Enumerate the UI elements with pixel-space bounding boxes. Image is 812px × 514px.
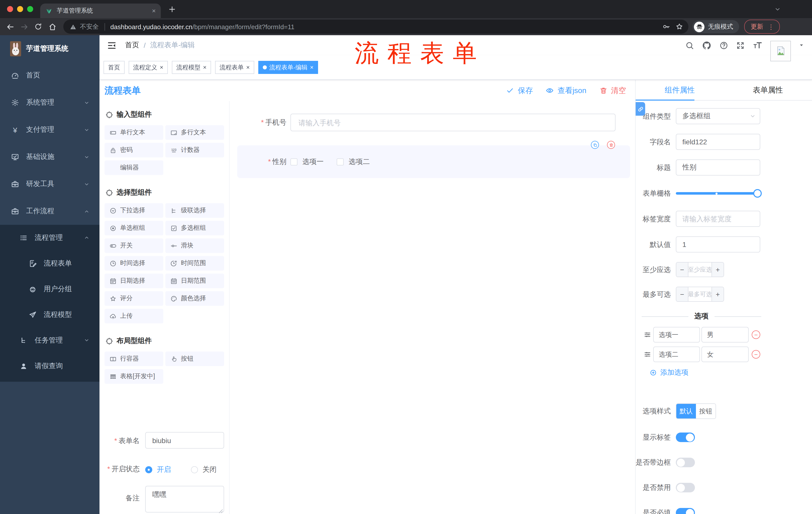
- address-bar[interactable]: 不安全 dashboard.yudao.iocoder.cn/bpm/manag…: [63, 20, 688, 34]
- palette-item-2-2[interactable]: 表格[开发中]: [105, 369, 163, 384]
- increase-button[interactable]: +: [712, 287, 724, 301]
- palette-item-1-1[interactable]: 级联选择: [165, 203, 224, 218]
- gender-option-1[interactable]: 选项一: [290, 157, 324, 166]
- help-icon[interactable]: [720, 41, 728, 50]
- palette-item-1-2[interactable]: 单选框组: [105, 221, 163, 235]
- github-icon[interactable]: [702, 40, 712, 50]
- gender-option-2[interactable]: 选项二: [337, 157, 370, 166]
- password-key-icon[interactable]: [660, 20, 673, 33]
- min-select-value[interactable]: 至少应选: [688, 263, 712, 277]
- title-input[interactable]: [676, 159, 760, 175]
- window-controls[interactable]: [7, 6, 33, 12]
- sidebar-item-9[interactable]: 流程模型: [0, 302, 99, 327]
- palette-item-1-5[interactable]: 滑块: [165, 238, 224, 253]
- forward-button[interactable]: [17, 20, 31, 34]
- palette-item-2-0[interactable]: 行容器: [105, 352, 163, 366]
- palette-item-1-12[interactable]: 上传: [105, 309, 163, 323]
- palette-item-1-6[interactable]: 时间选择: [105, 256, 163, 271]
- palette-item-0-0[interactable]: 单行文本: [105, 125, 163, 140]
- palette-item-1-11[interactable]: 颜色选择: [165, 291, 224, 306]
- remove-option-button[interactable]: −: [752, 350, 760, 359]
- radio-icon[interactable]: [191, 466, 198, 473]
- save-button[interactable]: 保存: [506, 86, 533, 95]
- view-json-button[interactable]: 查看json: [546, 86, 586, 95]
- browser-tab[interactable]: 芋道管理系统 ×: [40, 3, 161, 18]
- tag-0[interactable]: 首页: [104, 61, 125, 74]
- close-window-button[interactable]: [7, 6, 13, 12]
- sidebar-item-3[interactable]: 基础设施: [0, 143, 99, 170]
- palette-item-0-3[interactable]: 123计数器: [165, 143, 224, 157]
- fullscreen-icon[interactable]: [736, 41, 745, 50]
- sidebar-item-6[interactable]: 流程管理: [0, 225, 99, 250]
- option-value-input[interactable]: [701, 347, 749, 362]
- toggle-1[interactable]: [676, 458, 695, 467]
- sidebar-item-5[interactable]: 工作流程: [0, 198, 99, 225]
- component-type-value[interactable]: [676, 108, 760, 124]
- remove-option-button[interactable]: −: [752, 330, 760, 339]
- tag-1[interactable]: 流程定义×: [128, 61, 168, 74]
- increase-button[interactable]: +: [712, 263, 724, 277]
- decrease-button[interactable]: −: [676, 263, 688, 277]
- status-radio-关闭[interactable]: 关闭: [191, 465, 216, 474]
- palette-item-1-7[interactable]: 时间范围: [165, 256, 224, 271]
- toggle-3[interactable]: [676, 508, 695, 514]
- sidebar-item-8[interactable]: 用户分组: [0, 276, 99, 302]
- status-radio-开启[interactable]: 开启: [145, 465, 171, 474]
- sidebar-item-1[interactable]: 系统管理: [0, 89, 99, 116]
- tag-close-icon[interactable]: ×: [246, 64, 250, 71]
- bookmark-star-icon[interactable]: [673, 20, 686, 33]
- tab-close-icon[interactable]: ×: [152, 7, 156, 15]
- zoom-window-button[interactable]: [27, 6, 33, 12]
- form-grid-slider[interactable]: [676, 185, 760, 201]
- avatar[interactable]: [770, 40, 791, 61]
- label-width-input[interactable]: [676, 211, 760, 227]
- tag-3[interactable]: 流程表单×: [215, 61, 254, 74]
- radio-icon[interactable]: [145, 466, 152, 473]
- home-button[interactable]: [45, 20, 59, 34]
- sidebar-item-0[interactable]: 首页: [0, 62, 99, 89]
- field-name-input[interactable]: [676, 134, 760, 150]
- tag-close-icon[interactable]: ×: [310, 64, 314, 71]
- sidebar-item-7[interactable]: 流程表单: [0, 250, 99, 276]
- sidebar-item-11[interactable]: 请假查询: [0, 353, 99, 379]
- font-size-icon[interactable]: [753, 40, 762, 50]
- tab-form-props[interactable]: 表单属性: [724, 80, 812, 100]
- sidebar-item-4[interactable]: 研发工具: [0, 170, 99, 198]
- tag-4[interactable]: 流程表单-编辑×: [258, 61, 318, 74]
- palette-item-1-4[interactable]: 开关: [105, 238, 163, 253]
- clear-button[interactable]: 清空: [600, 86, 626, 95]
- toggle-2[interactable]: [676, 483, 695, 492]
- reload-button[interactable]: [31, 20, 45, 34]
- style-option-按钮[interactable]: 按钮: [696, 404, 716, 418]
- gender-field-selected[interactable]: *性别 选项一 选项二: [237, 145, 630, 178]
- security-status[interactable]: 不安全: [70, 22, 99, 31]
- palette-item-0-4[interactable]: 编辑器: [105, 160, 163, 175]
- option-label-input[interactable]: [653, 327, 700, 343]
- sidebar-item-10[interactable]: 任务管理: [0, 327, 99, 353]
- decrease-button[interactable]: −: [676, 287, 688, 301]
- checkbox-icon[interactable]: [337, 158, 344, 165]
- delete-component-button[interactable]: [607, 141, 615, 149]
- palette-item-2-1[interactable]: 按钮: [165, 352, 224, 366]
- tag-close-icon[interactable]: ×: [203, 64, 206, 71]
- resize-grip-icon[interactable]: [219, 509, 223, 514]
- link-anchor-tag[interactable]: [636, 102, 645, 116]
- slider-handle[interactable]: [753, 189, 762, 198]
- palette-item-1-10[interactable]: 评分: [105, 291, 163, 306]
- new-tab-button[interactable]: [168, 5, 176, 13]
- collapse-sidebar-icon[interactable]: [107, 40, 117, 50]
- palette-item-1-8[interactable]: 日期选择: [105, 274, 163, 288]
- search-icon[interactable]: [685, 41, 694, 50]
- toggle-0[interactable]: [676, 433, 695, 442]
- checkbox-icon[interactable]: [290, 158, 297, 165]
- copy-component-button[interactable]: [591, 141, 599, 149]
- sidebar-logo[interactable]: 芋道管理系统: [0, 35, 99, 62]
- url-text[interactable]: dashboard.yudao.iocoder.cn/bpm/manager/f…: [110, 23, 660, 30]
- component-type-select[interactable]: [676, 108, 760, 124]
- tab-search-chevron-icon[interactable]: [774, 6, 781, 12]
- tag-2[interactable]: 流程模型×: [172, 61, 211, 74]
- option-value-input[interactable]: [701, 327, 749, 343]
- user-menu-caret-icon[interactable]: [799, 43, 804, 48]
- default-value-input[interactable]: [676, 236, 760, 252]
- sidebar-item-2[interactable]: ¥支付管理: [0, 116, 99, 143]
